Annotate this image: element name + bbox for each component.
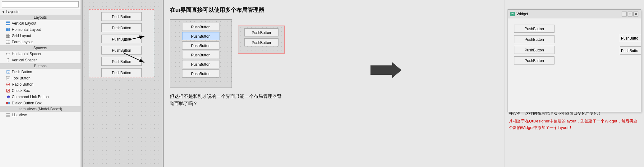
widget-btn-1[interactable]: PushButton (514, 25, 554, 33)
minimize-button[interactable]: — (622, 12, 627, 17)
command-link-button-label: Command Link Button (12, 95, 49, 99)
right-panel: W Widget — □ ✕ PushButton PushButton Pus… (504, 0, 644, 167)
svg-marker-14 (9, 53, 10, 55)
designer-canvas: PushButton PushButton PushButton PushBut… (83, 0, 163, 167)
horizontal-layout-label: Horizontal Layout (12, 27, 41, 32)
partial-btn-1[interactable]: PushButto (620, 34, 641, 42)
svg-rect-5 (8, 34, 10, 36)
partial-buttons-area: PushButto PushButto (620, 34, 641, 55)
svg-rect-26 (6, 102, 8, 104)
svg-text:OK: OK (7, 71, 10, 73)
sidebar-item-vertical-layout[interactable]: Vertical Layout (0, 20, 80, 26)
question-text: 但这样不是和刚才说的一个界面只能一个布局管理器背道而驰了吗？ (170, 93, 282, 107)
vertical-layout-label: Vertical Layout (12, 21, 36, 26)
widget-btn-4[interactable]: PushButton (514, 56, 554, 64)
sidebar-item-form-layout[interactable]: Form Layout (0, 39, 80, 45)
horizontal-spacer-label: Horizontal Spacer (12, 52, 41, 56)
demo-btn-1[interactable]: PushButton (182, 23, 219, 31)
svg-rect-3 (8, 28, 10, 31)
layouts-section-label: Layouts (6, 10, 19, 14)
left-demo-panel: PushButton PushButton PushButton PushBut… (170, 19, 232, 88)
form-widget: PushButton PushButton PushButton PushBut… (89, 9, 154, 78)
demo-btn-4[interactable]: PushButton (182, 51, 219, 59)
svg-marker-34 (370, 62, 402, 78)
radiobtn-icon (6, 82, 11, 87)
svg-rect-0 (6, 21, 10, 23)
partial-btn-2[interactable]: PushButto (620, 46, 641, 55)
check-box-label: Check Box (12, 88, 30, 93)
list-view-label: List View (12, 113, 27, 117)
spacers-group-header: Spacers (0, 45, 80, 51)
pushbtn-icon: OK (6, 69, 11, 74)
sidebar-item-vertical-spacer[interactable]: Vertical Spacer (0, 57, 80, 63)
demo-btn-6[interactable]: PushButton (182, 69, 219, 78)
form-icon (6, 40, 11, 45)
layouts-section-toggle[interactable]: ▼ Layouts (0, 9, 80, 15)
sidebar-item-grid-layout[interactable]: Grid Layout (0, 33, 80, 39)
sidebar-item-push-button[interactable]: OK Push Button (0, 69, 80, 75)
close-button[interactable]: ✕ (633, 12, 638, 17)
svg-rect-29 (6, 115, 10, 116)
widget-body: PushButton PushButton PushButton PushBut… (508, 18, 641, 71)
widget-titlebar: W Widget — □ ✕ (508, 10, 641, 18)
push-button-label: Push Button (12, 70, 32, 74)
radio-button-label: Radio Button (12, 82, 33, 87)
demo-btn-5[interactable]: PushButton (182, 60, 219, 68)
demo-right-btn-2[interactable]: PushButton (244, 38, 278, 46)
layouts-group-header: Layouts (0, 15, 80, 20)
maximize-button[interactable]: □ (628, 12, 632, 17)
svg-rect-30 (6, 116, 10, 117)
canvas-btn-1[interactable]: PushButton (101, 12, 142, 21)
listview-icon (6, 112, 11, 117)
widget-tree: ▼ Layouts Layouts Vertical Layout Horizo… (0, 9, 80, 167)
sidebar-item-dialog-button-box[interactable]: Dialog Button Box (0, 100, 80, 106)
svg-rect-2 (6, 28, 8, 31)
sidebar-item-check-box[interactable]: Check Box (0, 88, 80, 94)
vlayout-icon (6, 21, 11, 26)
svg-rect-7 (8, 36, 10, 38)
checkbox-icon (6, 88, 11, 93)
canvas-btn-2[interactable]: PushButton (101, 23, 142, 32)
canvas-btn-5[interactable]: PushButton (101, 57, 142, 66)
sidebar-item-list-view[interactable]: List View (0, 112, 80, 118)
annotation-area: 并没有，这样的布局管理器不能随窗口变化而变化！ 其相当于在QtDesigner中… (508, 110, 641, 131)
hspacer-icon (6, 51, 11, 56)
widget-window: W Widget — □ ✕ PushButton PushButton Pus… (508, 9, 641, 112)
svg-marker-13 (6, 53, 7, 55)
widget-btn-3[interactable]: PushButton (514, 46, 554, 54)
filter-input[interactable] (2, 1, 79, 7)
grid-icon (6, 33, 11, 38)
form-layout-label: Form Layout (12, 40, 33, 44)
demo-layout-row: PushButton PushButton PushButton PushBut… (170, 19, 498, 88)
svg-marker-16 (7, 58, 9, 59)
sidebar-item-radio-button[interactable]: Radio Button (0, 81, 80, 88)
widget-btn-2[interactable]: PushButton (514, 35, 554, 43)
demo-right-btn-1[interactable]: PushButton (244, 28, 278, 36)
dialog-button-box-label: Dialog Button Box (12, 101, 42, 105)
vertical-spacer-label: Vertical Spacer (12, 58, 37, 62)
svg-point-23 (7, 84, 9, 85)
widget-buttons-column: PushButton PushButton PushButton PushBut… (514, 25, 558, 64)
vspacer-icon (6, 58, 11, 63)
canvas-btn-4[interactable]: PushButton (101, 46, 142, 55)
demo-btn-2-selected[interactable]: PushButton (182, 32, 219, 40)
left-panel: ▼ Layouts Layouts Vertical Layout Horizo… (0, 0, 81, 167)
svg-rect-1 (6, 24, 10, 25)
canvas-btn-3[interactable]: PushButton (101, 35, 142, 43)
sidebar-item-command-link-button[interactable]: Command Link Button (0, 94, 80, 100)
sidebar-item-horizontal-layout[interactable]: Horizontal Layout (0, 26, 80, 33)
toolbtn-icon: ⚙ (6, 76, 11, 81)
grid-layout-label: Grid Layout (12, 34, 31, 38)
right-demo-panel: PushButton PushButton (238, 26, 285, 54)
svg-rect-4 (6, 34, 8, 36)
demo-btn-3[interactable]: PushButton (182, 41, 219, 50)
sidebar-item-tool-button[interactable]: ⚙ Tool Button (0, 75, 80, 81)
explanation-area: 在ui界面直接可以使用多个布局管理器 PushButton PushButton… (163, 0, 504, 167)
svg-marker-17 (7, 61, 9, 62)
filter-bar (0, 0, 80, 9)
cmdlink-icon (6, 94, 11, 99)
canvas-btn-6[interactable]: PushButton (101, 68, 142, 77)
item-views-group-header: Item Views (Model-Based) (0, 106, 80, 112)
sidebar-item-horizontal-spacer[interactable]: Horizontal Spacer (0, 51, 80, 57)
hlayout-icon (6, 27, 11, 32)
